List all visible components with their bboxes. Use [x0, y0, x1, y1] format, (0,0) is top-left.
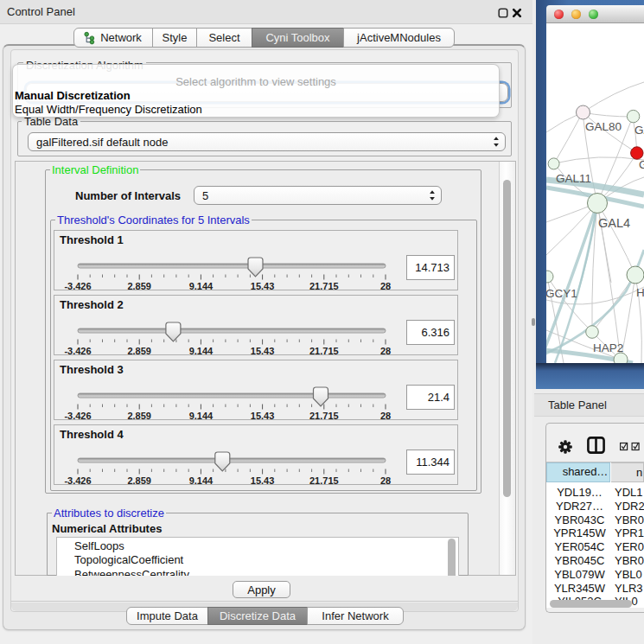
- svg-text:HAP2: HAP2: [593, 341, 623, 354]
- svg-text:GAL11: GAL11: [556, 172, 591, 185]
- svg-text:H: H: [636, 286, 644, 299]
- svg-text:28: 28: [380, 281, 391, 291]
- svg-text:15.43: 15.43: [251, 281, 275, 291]
- svg-text:-3.426: -3.426: [64, 475, 91, 486]
- svg-text:2.859: 2.859: [127, 346, 151, 356]
- svg-text:9.144: 9.144: [189, 411, 214, 421]
- svg-text:2.859: 2.859: [127, 475, 151, 486]
- svg-text:21.715: 21.715: [309, 346, 339, 356]
- svg-text:21.715: 21.715: [309, 281, 339, 291]
- svg-text:28: 28: [380, 475, 391, 486]
- svg-text:GCY1: GCY1: [546, 287, 577, 300]
- svg-text:15.43: 15.43: [251, 475, 275, 486]
- svg-text:GA: GA: [634, 124, 644, 137]
- svg-text:28: 28: [380, 346, 391, 356]
- svg-text:28: 28: [380, 411, 391, 421]
- svg-text:9.144: 9.144: [189, 281, 214, 291]
- svg-text:G: G: [639, 158, 644, 171]
- svg-text:GAL80: GAL80: [585, 120, 622, 133]
- svg-text:15.43: 15.43: [251, 346, 275, 356]
- svg-text:21.715: 21.715: [309, 411, 339, 421]
- svg-text:GAL4: GAL4: [598, 216, 630, 230]
- svg-text:21.715: 21.715: [309, 475, 339, 486]
- svg-text:9.144: 9.144: [189, 475, 214, 486]
- svg-text:9.144: 9.144: [189, 346, 214, 356]
- svg-text:-3.426: -3.426: [64, 346, 91, 356]
- svg-text:-3.426: -3.426: [64, 411, 91, 421]
- svg-text:15.43: 15.43: [251, 411, 275, 421]
- svg-text:2.859: 2.859: [127, 411, 151, 421]
- svg-text:-3.426: -3.426: [64, 281, 91, 291]
- svg-text:2.859: 2.859: [127, 281, 151, 291]
